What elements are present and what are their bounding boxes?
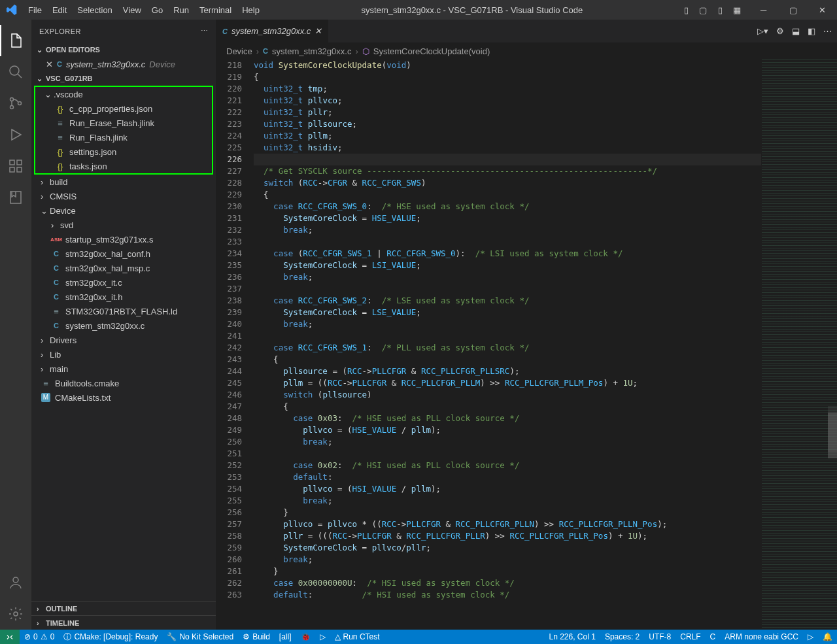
file-row[interactable]: ≡Run_Erase_Flash.jlink	[35, 116, 212, 130]
folder-row[interactable]: main	[31, 362, 216, 376]
folder-row[interactable]: Drivers	[31, 333, 216, 347]
json-file-icon: {}	[55, 104, 65, 114]
editor-area: C system_stm32g0xx.c ✕ ▷▾ ⚙ ⬓ ◧ ⋯ Device…	[216, 20, 837, 630]
settings-gear-icon[interactable]	[0, 598, 31, 630]
c-file-icon: C	[222, 27, 228, 35]
indentation[interactable]: Spaces: 2	[600, 630, 644, 644]
encoding[interactable]: UTF-8	[644, 630, 675, 644]
folder-device[interactable]: Device	[31, 203, 216, 218]
text-file-icon: ≡	[51, 307, 61, 316]
file-row[interactable]: ≡Run_Flash.jlink	[35, 130, 212, 144]
remote-button[interactable]	[0, 630, 20, 644]
folder-row[interactable]: build	[31, 175, 216, 189]
svg-point-10	[14, 612, 18, 616]
menu-help[interactable]: Help	[237, 5, 265, 15]
cmake-status[interactable]: ⓘCMake: [Debug]: Ready	[59, 630, 162, 644]
code-content[interactable]: void SystemCoreClockUpdate(void){ uint32…	[254, 59, 761, 630]
more-actions-icon[interactable]: ⋯	[823, 26, 832, 36]
file-row[interactable]: Csystem_stm32g0xx.c	[31, 318, 216, 333]
folder-row[interactable]: svd	[31, 218, 216, 232]
file-row[interactable]: Cstm32g0xx_hal_msp.c	[31, 261, 216, 275]
timeline-section[interactable]: TIMELINE	[31, 615, 216, 630]
c-file-icon: C	[51, 250, 61, 258]
menu-edit[interactable]: Edit	[47, 5, 72, 15]
breadcrumb-symbol[interactable]: SystemCoreClockUpdate(void)	[373, 46, 490, 56]
extensions-icon[interactable]	[0, 150, 31, 182]
activity-bar	[0, 20, 31, 630]
file-row[interactable]: {}settings.json	[35, 144, 212, 159]
file-row[interactable]: Cstm32g0xx_it.h	[31, 290, 216, 304]
explorer-title: EXPLORER	[39, 27, 81, 35]
layout-bottom-icon[interactable]: ▢	[696, 3, 709, 16]
file-row[interactable]: {}tasks.json	[35, 159, 212, 173]
settings-icon[interactable]: ⚙	[776, 26, 784, 36]
breadcrumb-file[interactable]: system_stm32g0xx.c	[272, 46, 351, 56]
menu-run[interactable]: Run	[168, 5, 194, 15]
tab-active[interactable]: C system_stm32g0xx.c ✕	[216, 20, 329, 42]
c-file-icon: C	[51, 322, 61, 330]
more-icon[interactable]: ⋯	[201, 27, 209, 35]
menu-view[interactable]: View	[118, 5, 146, 15]
open-editor-item[interactable]: ✕ C system_stm32g0xx.c Device	[31, 57, 216, 71]
project-section[interactable]: VSC_G071RB	[31, 71, 216, 86]
outline-section[interactable]: OUTLINE	[31, 601, 216, 615]
text-file-icon: ≡	[55, 133, 65, 143]
close-button[interactable]: ✕	[808, 5, 837, 15]
explorer-icon[interactable]	[0, 25, 31, 56]
file-row[interactable]: ≡Buildtools.cmake	[31, 376, 216, 390]
file-row[interactable]: MCMakeLists.txt	[31, 390, 216, 405]
kit-status[interactable]: 🔧No Kit Selected	[162, 630, 238, 644]
svg-rect-6	[17, 167, 22, 172]
compiler[interactable]: ARM none eabi GCC	[720, 630, 803, 644]
file-row[interactable]: {}c_cpp_properties.json	[35, 101, 212, 116]
search-icon[interactable]	[0, 56, 31, 88]
cursor-position[interactable]: Ln 226, Col 1	[545, 630, 600, 644]
build-button[interactable]: ⚙Build	[238, 630, 275, 644]
editor-layout-buttons: ▯ ▢ ▯ ▦	[679, 3, 749, 16]
run-dropdown-icon[interactable]: ▷▾	[757, 26, 768, 36]
menu-file[interactable]: File	[23, 5, 47, 15]
close-tab-icon[interactable]: ✕	[315, 26, 322, 36]
run-icon[interactable]: ▷	[315, 630, 330, 644]
folder-row[interactable]: Lib	[31, 347, 216, 362]
layout-grid-icon[interactable]: ▦	[730, 3, 743, 16]
folder-row[interactable]: CMSIS	[31, 189, 216, 203]
feedback-icon[interactable]: ▷	[803, 630, 818, 644]
account-icon[interactable]	[0, 567, 31, 598]
diff-icon[interactable]: ⬓	[792, 26, 800, 36]
errors-warnings[interactable]: ⊘0 ⚠0	[20, 630, 59, 644]
file-row[interactable]: ≡STM32G071RBTX_FLASH.ld	[31, 304, 216, 318]
svg-rect-4	[10, 160, 14, 165]
layout-left-icon[interactable]: ▯	[679, 3, 692, 16]
vertical-scrollbar[interactable]	[828, 413, 837, 458]
title-bar: FileEditSelectionViewGoRunTerminalHelp s…	[0, 0, 837, 20]
tab-label: system_stm32g0xx.c	[231, 26, 311, 36]
menu-go[interactable]: Go	[146, 5, 168, 15]
build-target[interactable]: [all]	[275, 630, 296, 644]
language-mode[interactable]: C	[706, 630, 721, 644]
minimap[interactable]	[761, 59, 837, 630]
file-row[interactable]: Cstm32g0xx_hal_conf.h	[31, 246, 216, 261]
maximize-button[interactable]: ▢	[778, 5, 808, 15]
file-row[interactable]: ASMstartup_stm32g071xx.s	[31, 232, 216, 246]
minimize-button[interactable]: ─	[749, 5, 778, 15]
menu-terminal[interactable]: Terminal	[194, 5, 237, 15]
folder-vscode[interactable]: .vscode	[35, 87, 212, 101]
layout-right-icon[interactable]: ▯	[713, 3, 726, 16]
file-row[interactable]: Cstm32g0xx_it.c	[31, 275, 216, 290]
svg-point-1	[10, 98, 14, 101]
run-debug-icon[interactable]	[0, 119, 31, 150]
close-icon[interactable]: ✕	[46, 59, 53, 69]
open-editors-section[interactable]: OPEN EDITORS	[31, 42, 216, 57]
bell-icon[interactable]: 🔔	[818, 630, 837, 644]
debug-icon[interactable]: 🐞	[296, 630, 315, 644]
run-ctest[interactable]: △Run CTest	[330, 630, 384, 644]
menu-selection[interactable]: Selection	[72, 5, 117, 15]
source-control-icon[interactable]	[0, 88, 31, 119]
breadcrumbs[interactable]: Device › C system_stm32g0xx.c › ⬡ System…	[216, 42, 837, 59]
bookmark-icon[interactable]	[0, 182, 31, 213]
breadcrumb-folder[interactable]: Device	[226, 46, 252, 56]
text-file-icon: ≡	[41, 379, 51, 388]
split-editor-icon[interactable]: ◧	[808, 26, 815, 36]
eol[interactable]: CRLF	[675, 630, 705, 644]
